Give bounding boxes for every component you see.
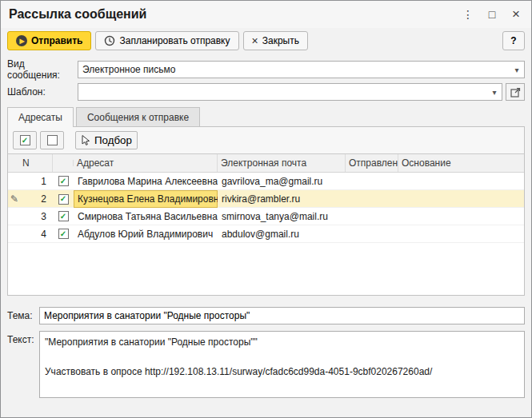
col-recipient[interactable]: Адресат (74, 154, 218, 172)
body-label: Текст: (7, 331, 39, 345)
schedule-send-button[interactable]: Запланировать отправку (95, 31, 238, 50)
clock-icon (104, 35, 115, 46)
template-row: Шаблон: ▾ (7, 83, 525, 101)
pick-button-label: Подбор (94, 134, 132, 146)
send-button[interactable]: ▶ Отправить (7, 31, 91, 50)
kebab-menu-icon: ⋮ (462, 8, 474, 21)
check-icon: ✓ (60, 213, 66, 221)
table-row-selected[interactable]: ✎2 ✓ Кузнецова Елена Владимировна rivkir… (8, 190, 524, 208)
table-row[interactable]: 1 ✓ Гаврилова Марина Алексеевна gavrilov… (8, 173, 524, 190)
checked-box-icon: ✓ (20, 135, 30, 145)
subject-label: Тема: (7, 310, 39, 321)
col-flag[interactable] (53, 160, 74, 166)
command-bar: ▶ Отправить Запланировать отправку × Зак… (1, 28, 531, 56)
row-flag-checkbox[interactable]: ✓ (53, 211, 74, 221)
mailing-window: { "window": { "title": "Рассылка сообщен… (0, 0, 532, 418)
checked-box-icon: ✓ (58, 211, 69, 221)
col-email[interactable]: Электронная почта (218, 154, 346, 172)
message-kind-label: Вид сообщения: (7, 58, 78, 81)
chevron-down-icon[interactable]: ▾ (487, 88, 502, 97)
recipient-email[interactable]: abdulov@gmail.ru (218, 229, 346, 240)
check-icon: ✓ (60, 230, 66, 238)
col-sent[interactable]: Отправлено (346, 154, 398, 172)
title-bar: Рассылка сообщений ⋮ □ × (1, 1, 531, 28)
row-number: 2 (23, 193, 53, 205)
recipient-email[interactable]: rivkira@rambler.ru (218, 193, 346, 205)
unchecked-box-icon (47, 135, 58, 145)
check-all-button[interactable]: ✓ (13, 131, 37, 149)
row-number: 4 (23, 229, 53, 240)
col-n[interactable]: N (8, 154, 53, 172)
tab-outgoing-messages[interactable]: Сообщения к отправке (76, 107, 200, 126)
recipient-email[interactable]: gavrilova_ma@gmail.ru (218, 176, 346, 187)
tab-strip: Адресаты Сообщения к отправке (7, 107, 525, 126)
kebab-menu-button[interactable]: ⋮ (456, 4, 480, 25)
subject-row: Тема: (7, 307, 525, 324)
template-open-button[interactable] (506, 83, 525, 101)
recipient-name[interactable]: Кузнецова Елена Владимировна (74, 190, 218, 208)
maximize-icon: □ (489, 8, 495, 21)
edit-pencil-icon: ✎ (10, 193, 22, 205)
schedule-send-label: Запланировать отправку (119, 35, 230, 46)
check-icon: ✓ (22, 137, 28, 145)
pick-button[interactable]: Подбор (75, 131, 138, 149)
chevron-down-icon[interactable]: ▾ (510, 66, 524, 74)
body-row: Текст: "Мероприятия в санатории "Родные … (7, 331, 525, 398)
recipient-name[interactable]: Абдулов Юрий Владимирович (74, 229, 218, 240)
maximize-button[interactable]: □ (480, 4, 504, 25)
table-header: N Адресат Электронная почта Отправлено О… (8, 154, 524, 173)
recipients-table[interactable]: N Адресат Электронная почта Отправлено О… (8, 153, 524, 295)
close-form-icon: × (252, 34, 258, 47)
recipients-toolbar: ✓ Подбор (8, 127, 524, 153)
close-form-button[interactable]: × Закрыть (243, 31, 308, 50)
window-title: Рассылка сообщений (9, 7, 456, 22)
row-number: 1 (23, 176, 53, 187)
row-state-cell: 3 (8, 211, 53, 222)
table-body: 1 ✓ Гаврилова Марина Алексеевна gavrilov… (8, 173, 524, 243)
check-icon: ✓ (60, 195, 66, 203)
message-kind-value: Электронное письмо (78, 64, 510, 75)
row-number: 3 (23, 211, 53, 222)
recipient-name[interactable]: Гаврилова Марина Алексеевна (74, 176, 218, 187)
subject-input[interactable] (39, 307, 525, 324)
checked-box-icon: ✓ (58, 229, 69, 239)
window-close-icon: × (512, 6, 520, 22)
recipient-email[interactable]: smirnova_tanya@mail.ru (218, 211, 346, 222)
close-form-label: Закрыть (262, 35, 299, 46)
table-row[interactable]: 3 ✓ Смирнова Татьяна Васильевна smirnova… (8, 208, 524, 225)
table-row[interactable]: 4 ✓ Абдулов Юрий Владимирович abdulov@gm… (8, 225, 524, 243)
cursor-icon (81, 135, 90, 145)
message-kind-row: Вид сообщения: Электронное письмо ▾ (7, 58, 525, 81)
open-form-icon (510, 87, 521, 98)
row-flag-checkbox[interactable]: ✓ (53, 194, 74, 205)
check-icon: ✓ (60, 177, 66, 185)
help-icon: ? (510, 35, 516, 46)
recipients-panel: ✓ Подбор N Адресат Электронная почта Отп… (7, 126, 525, 296)
checked-box-icon: ✓ (58, 194, 69, 205)
message-kind-select[interactable]: Электронное письмо ▾ (78, 61, 525, 78)
row-state-cell: ✎2 (8, 193, 53, 205)
template-label: Шаблон: (7, 86, 78, 98)
window-close-button[interactable]: × (504, 4, 528, 25)
col-basis[interactable]: Основание (398, 154, 524, 172)
uncheck-all-button[interactable] (40, 131, 64, 149)
tab-recipients[interactable]: Адресаты (7, 107, 74, 127)
body-textarea[interactable]: "Мероприятия в санатории "Родные простор… (39, 331, 525, 398)
row-flag-checkbox[interactable]: ✓ (53, 176, 74, 186)
help-button[interactable]: ? (502, 31, 525, 50)
template-select[interactable]: ▾ (78, 83, 502, 101)
send-button-label: Отправить (31, 35, 82, 46)
row-state-cell: 4 (8, 229, 53, 240)
recipient-name[interactable]: Смирнова Татьяна Васильевна (74, 211, 218, 222)
checked-box-icon: ✓ (58, 176, 69, 186)
row-flag-checkbox[interactable]: ✓ (53, 229, 74, 239)
play-icon: ▶ (16, 35, 27, 46)
row-state-cell: 1 (8, 176, 53, 187)
